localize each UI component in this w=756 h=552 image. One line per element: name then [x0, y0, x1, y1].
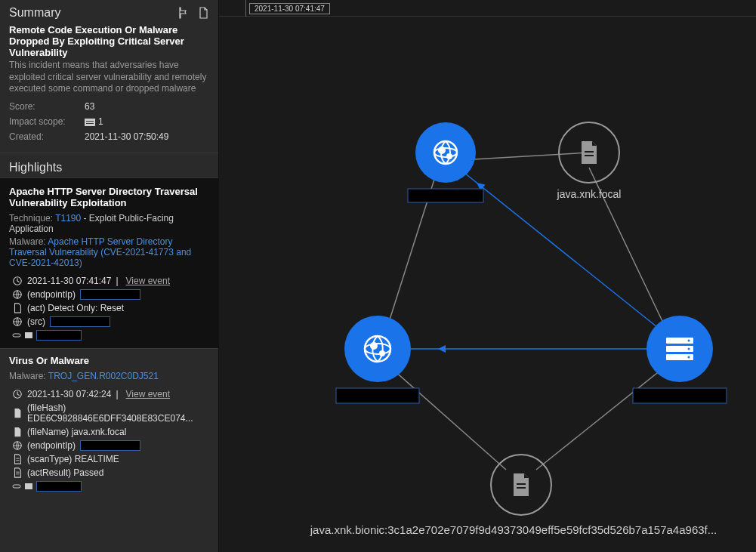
row-label: (endpointIp): [27, 289, 76, 300]
chain-icon[interactable]: [12, 482, 21, 491]
row-label: (act) Detect Only: Reset: [27, 303, 124, 313]
svg-point-9: [415, 122, 476, 183]
created-value: 2021-11-30 07:50:49: [85, 131, 168, 142]
svg-point-13: [446, 153, 452, 159]
graph-edge[interactable]: [387, 364, 506, 470]
globe-icon: [12, 440, 23, 451]
created-label: Created:: [9, 131, 85, 142]
main-panel: 2021-11-30 07:41:47: [219, 0, 756, 552]
row-label: (actResult) Passed: [27, 467, 103, 478]
event-time: 2021-11-30 07:42:24: [27, 389, 111, 399]
graph-node-file[interactable]: java.xnk.bionic:3c1a2e702e7079f9d4937304…: [310, 455, 717, 536]
svg-point-27: [688, 348, 690, 350]
highlights-header: Highlights: [9, 161, 209, 174]
redacted-value: [50, 316, 110, 327]
clock-icon: [12, 276, 23, 286]
score-row: Score: 63: [9, 101, 209, 112]
row-label: (fileHash) EDE6C9828846E6DFF3408E83CE074…: [27, 402, 209, 424]
graph-node-globe[interactable]: [336, 316, 419, 403]
view-event-link[interactable]: View event: [126, 276, 170, 286]
svg-rect-31: [517, 487, 526, 489]
technique-link[interactable]: T1190: [55, 213, 81, 224]
summary-section: Summary Remote Code Execution Or Malware…: [0, 0, 218, 153]
score-label: Score:: [9, 101, 85, 112]
host-icon: [85, 119, 95, 126]
sub-icons: [12, 481, 209, 492]
highlight-card[interactable]: Apache HTTP Server Directory Traversal V…: [0, 177, 218, 348]
redacted-label: [408, 189, 483, 202]
file-icon: [12, 303, 23, 313]
svg-point-26: [688, 340, 690, 342]
summary-header: Summary: [9, 6, 60, 20]
redacted-label: [633, 388, 727, 403]
svg-rect-8: [25, 483, 32, 489]
view-event-link[interactable]: View event: [126, 389, 170, 399]
graph-node-file[interactable]: java.xnk.focal: [557, 122, 622, 200]
created-row: Created: 2021-11-30 07:50:49: [9, 131, 209, 142]
svg-rect-4: [25, 332, 32, 338]
row-label: (fileName) java.xnk.focal: [27, 427, 126, 437]
timeline-marker[interactable]: 2021-11-30 07:41:47: [245, 0, 330, 17]
timeline-label: 2021-11-30 07:41:47: [249, 3, 330, 14]
highlight-title: Virus Or Malware: [9, 355, 209, 366]
svg-point-20: [370, 342, 378, 350]
file-icon: [12, 427, 23, 437]
event-time: 2021-11-30 07:41:47: [27, 276, 111, 286]
incident-title: Remote Code Execution Or Malware Dropped…: [9, 24, 209, 58]
svg-point-28: [688, 356, 690, 359]
redacted-value: [36, 330, 82, 341]
redacted-value: [80, 440, 140, 451]
sub-icons: [12, 330, 209, 341]
graph-node-globe[interactable]: [408, 122, 483, 202]
node-label: java.xnk.bionic:3c1a2e702e7079f9d4937304…: [310, 523, 717, 536]
svg-rect-15: [585, 151, 594, 153]
row-label: (scanType) REALTIME: [27, 454, 119, 464]
host-icon[interactable]: [24, 331, 33, 340]
score-value: 63: [85, 101, 94, 112]
svg-point-17: [344, 316, 411, 382]
file-lines-icon: [12, 454, 23, 464]
sidebar: Summary Remote Code Execution Or Malware…: [0, 0, 219, 552]
graph-canvas[interactable]: java.xnk.focal: [219, 17, 756, 552]
document-icon[interactable]: [197, 7, 209, 19]
clock-icon: [12, 389, 23, 399]
svg-rect-16: [585, 155, 594, 156]
technique-row: Technique: T1190 - Exploit Public-Facing…: [9, 213, 209, 234]
row-label: (endpointIp): [27, 440, 76, 451]
svg-point-21: [379, 350, 385, 356]
malware-row: Malware: Apache HTTP Server Directory Tr…: [9, 236, 209, 268]
host-icon[interactable]: [24, 482, 33, 491]
malware-row: Malware: TROJ_GEN.R002C0DJ521: [9, 371, 209, 381]
svg-rect-3: [13, 334, 20, 337]
impact-label: Impact scope:: [9, 116, 85, 127]
redacted-value: [80, 289, 140, 300]
flag-icon[interactable]: [177, 7, 190, 19]
event-block: 2021-11-30 07:42:24 | View event (fileHa…: [9, 389, 209, 492]
incident-description: This incident means that adversaries hav…: [9, 60, 209, 95]
highlight-card[interactable]: Virus Or Malware Malware: TROJ_GEN.R002C…: [0, 348, 218, 498]
redacted-label: [336, 388, 419, 403]
svg-rect-30: [517, 483, 526, 485]
timeline[interactable]: 2021-11-30 07:41:47: [219, 0, 756, 17]
globe-icon: [12, 289, 23, 300]
highlights-header-section: Highlights: [0, 153, 218, 177]
svg-rect-7: [13, 485, 20, 488]
highlight-title: Apache HTTP Server Directory Traversal V…: [9, 186, 209, 208]
redacted-value: [36, 481, 82, 492]
event-block: 2021-11-30 07:41:47 | View event (endpoi…: [9, 276, 209, 341]
row-label: (src): [27, 316, 45, 327]
graph-edge[interactable]: [536, 364, 668, 470]
impact-value: 1: [85, 116, 103, 127]
graph-edge[interactable]: [461, 153, 589, 160]
file-lines-icon: [12, 467, 23, 478]
malware-link[interactable]: TROJ_GEN.R002C0DJ521: [48, 371, 159, 381]
chain-icon[interactable]: [12, 331, 21, 340]
file-icon: [12, 408, 23, 418]
graph-node-server[interactable]: [633, 316, 727, 403]
impact-row: Impact scope: 1: [9, 116, 209, 127]
node-label: java.xnk.focal: [557, 188, 622, 200]
svg-point-12: [438, 146, 446, 154]
globe-icon: [12, 316, 23, 327]
